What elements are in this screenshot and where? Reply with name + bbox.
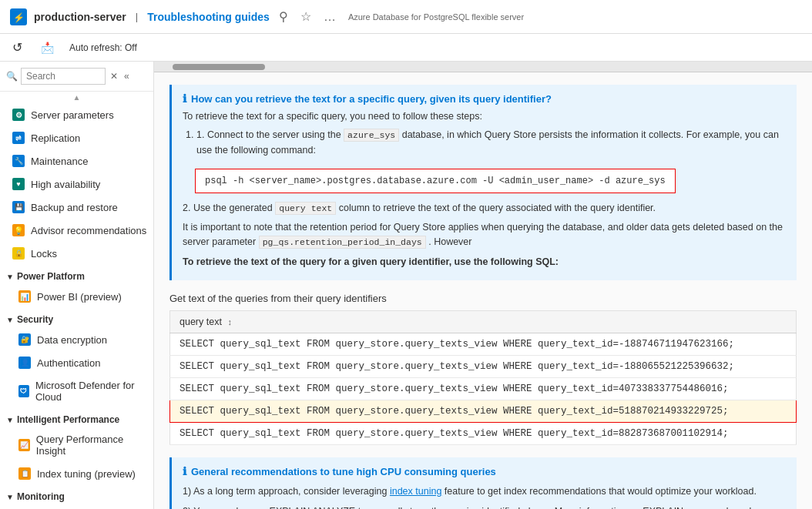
high-availability-icon: ♥ — [12, 178, 25, 190]
section-power-platform[interactable]: ▼ Power Platform — [0, 265, 153, 285]
rec-info-icon: ℹ — [183, 465, 186, 477]
favorite-button[interactable]: ☆ — [297, 8, 314, 25]
index-tuning-link[interactable]: index tuning — [390, 486, 441, 497]
table-row[interactable]: SELECT query_sql_text FROM query_store.q… — [170, 423, 797, 445]
svg-text:⚡: ⚡ — [13, 12, 25, 23]
sidebar-item-label: Backup and restore — [31, 202, 118, 213]
step2-suffix: column to retrieve the text of the query… — [339, 203, 656, 213]
sort-icon[interactable]: ↕ — [227, 317, 232, 326]
sidebar-item-label: Advisor recommendations — [31, 225, 146, 236]
top-bar: ⚡ production-server | Troubleshooting gu… — [0, 0, 812, 34]
rec1-suffix: feature to get index recommendations tha… — [445, 486, 757, 497]
server-name: production-server — [34, 11, 126, 23]
table-header: query text ↕ — [170, 311, 797, 333]
sidebar-item-index-tuning[interactable]: 📋 Index tuning (preview) — [0, 462, 153, 485]
sidebar-item-power-bi[interactable]: 📊 Power BI (preview) — [0, 285, 153, 308]
scrollbar-thumb[interactable] — [173, 64, 265, 70]
step1-code: azure_sys — [344, 129, 399, 142]
search-input[interactable] — [21, 68, 106, 85]
query-cell-highlighted: SELECT query_sql_text FROM query_store.q… — [170, 400, 797, 423]
sidebar-scroll-up: ▲ — [0, 92, 153, 103]
query-performance-icon: 📈 — [18, 439, 30, 451]
retrieve-sql-label: To retrieve the text of the query for a … — [183, 255, 786, 270]
step1-prefix: 1. Connect to the server using the — [196, 129, 341, 140]
note-code: pg_qs.retention_period_in_days — [259, 236, 426, 249]
collapse-sidebar-button[interactable]: « — [124, 71, 129, 82]
step2-prefix: 2. Use the generated — [183, 203, 273, 213]
sidebar-item-label: Microsoft Defender for Cloud — [35, 380, 147, 403]
sidebar-item-authentication[interactable]: 👤 Authentication — [0, 351, 153, 374]
pin-button[interactable]: ⚲ — [276, 8, 291, 25]
header-row: query text ↕ — [170, 311, 797, 333]
auto-refresh-control[interactable]: Auto refresh: Off — [69, 42, 137, 53]
sidebar-item-data-encryption[interactable]: 🔐 Data encryption — [0, 328, 153, 351]
section-security[interactable]: ▼ Security — [0, 308, 153, 328]
rec2-text: 2) You can also use EXPLAIN ANALYZE to m… — [183, 506, 760, 509]
sidebar-item-advisor[interactable]: 💡 Advisor recommendations — [0, 219, 153, 242]
sidebar-item-replication[interactable]: ⇌ Replication — [0, 126, 153, 149]
breadcrumb: Azure Database for PostgreSQL flexible s… — [348, 12, 524, 22]
step-1: 1. Connect to the server using the azure… — [196, 127, 786, 158]
section-label: Monitoring — [17, 491, 65, 502]
sidebar-item-server-parameters[interactable]: ⚙ Server parameters — [0, 103, 153, 126]
table-row-highlighted[interactable]: SELECT query_sql_text FROM query_store.q… — [170, 400, 797, 423]
horizontal-scrollbar[interactable] — [154, 62, 812, 72]
retention-note: It is important to note that the retenti… — [183, 220, 786, 249]
query-cell: SELECT query_sql_text FROM query_store.q… — [170, 333, 797, 356]
table-row[interactable]: SELECT query_sql_text FROM query_store.q… — [170, 378, 797, 400]
locks-icon: 🔒 — [12, 247, 25, 260]
rec-title-text: General recommendations to tune high CPU… — [191, 466, 496, 477]
server-parameters-icon: ⚙ — [12, 109, 25, 121]
info-icon: ℹ — [183, 92, 186, 105]
table-section: Get text of the queries from their query… — [169, 293, 797, 445]
table-row[interactable]: SELECT query_sql_text FROM query_store.q… — [170, 356, 797, 378]
sidebar-item-label: Server parameters — [31, 109, 114, 121]
sidebar-item-query-performance[interactable]: 📈 Query Performance Insight — [0, 428, 153, 462]
refresh-button[interactable]: ↺ — [9, 39, 25, 56]
query-table: query text ↕ SELECT query_sql_text FROM … — [169, 310, 797, 445]
rec1-prefix: 1) As a long term approach, consider lev… — [183, 486, 387, 497]
section-monitoring[interactable]: ▼ Monitoring — [0, 485, 153, 505]
authentication-icon: 👤 — [18, 357, 31, 369]
section-label: Intelligent Performance — [17, 414, 119, 425]
collapse-icon: ▼ — [6, 416, 14, 424]
collapse-icon: ▼ — [6, 493, 14, 501]
more-button[interactable]: … — [320, 8, 339, 25]
sidebar-item-microsoft-defender[interactable]: 🛡 Microsoft Defender for Cloud — [0, 374, 153, 408]
info-steps: 1. Connect to the server using the azure… — [183, 127, 786, 158]
recommendations-box: ℹ General recommendations to tune high C… — [169, 457, 797, 509]
sidebar-item-maintenance[interactable]: 🔧 Maintenance — [0, 149, 153, 172]
step-2: 2. Use the generated query text column t… — [183, 201, 786, 216]
sidebar-item-backup-restore[interactable]: 💾 Backup and restore — [0, 196, 153, 219]
table-title: Get text of the queries from their query… — [169, 293, 797, 304]
rec-2: 2) You can also use EXPLAIN ANALYZE to m… — [183, 504, 786, 509]
info-intro: To retrieve the text for a specific quer… — [183, 109, 786, 124]
sidebar-item-high-availability[interactable]: ♥ High availability — [0, 172, 153, 196]
backup-restore-icon: 💾 — [12, 201, 25, 213]
clear-search-button[interactable]: ✕ — [110, 71, 118, 82]
sidebar-item-locks[interactable]: 🔒 Locks — [0, 242, 153, 265]
sidebar-item-label: Query Performance Insight — [36, 434, 147, 457]
auto-refresh-label: Auto refresh: Off — [69, 42, 137, 53]
sidebar-item-label: Replication — [31, 132, 80, 144]
sidebar-item-alerts[interactable]: 🔔 Alerts — [0, 505, 153, 509]
table-row[interactable]: SELECT query_sql_text FROM query_store.q… — [170, 333, 797, 356]
section-intelligent-performance[interactable]: ▼ Intelligent Performance — [0, 408, 153, 428]
query-cell: SELECT query_sql_text FROM query_store.q… — [170, 356, 797, 378]
feedback-button[interactable]: 📩 — [38, 40, 57, 55]
sidebar-item-label: Locks — [31, 248, 57, 260]
step2-code: query text — [275, 202, 336, 215]
query-text-header: query text ↕ — [170, 311, 797, 333]
title-separator: | — [136, 11, 138, 22]
query-text-label: query text — [180, 316, 222, 327]
sidebar-item-label: Data encryption — [37, 334, 107, 346]
info-question: How can you retrieve the text for a spec… — [191, 93, 552, 105]
replication-icon: ⇌ — [12, 132, 25, 144]
app-icon: ⚡ — [9, 8, 28, 26]
index-tuning-icon: 📋 — [18, 467, 31, 480]
maintenance-icon: 🔧 — [12, 155, 25, 167]
psql-command: psql -h <server_name>.postgres.database.… — [195, 169, 676, 193]
sidebar-item-label: High availability — [31, 179, 100, 190]
sidebar-search-container: 🔍 ✕ « — [0, 62, 153, 92]
defender-icon: 🛡 — [18, 385, 29, 397]
